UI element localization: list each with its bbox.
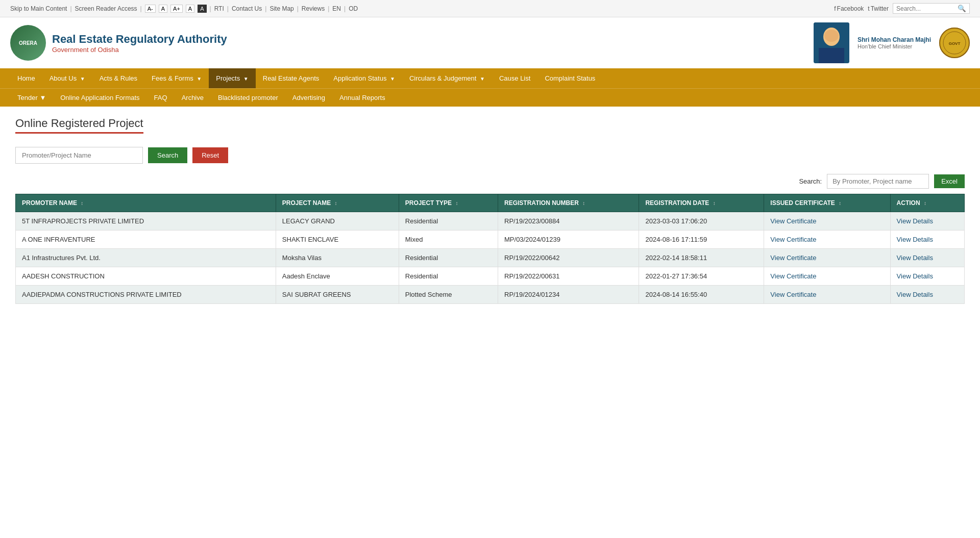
contact-us-link[interactable]: Contact Us <box>232 5 262 12</box>
header: ORERA Real Estate Regulatory Authority G… <box>0 17 980 68</box>
top-search-button[interactable]: 🔍 <box>958 5 966 12</box>
font-normal-button[interactable]: A <box>159 5 167 13</box>
utility-bar-right: f Facebook t Twitter 🔍 <box>834 3 970 14</box>
certificate-cell[interactable]: View Certificate <box>764 286 890 304</box>
top-search-box: 🔍 <box>893 3 970 14</box>
certificate-cell[interactable]: View Certificate <box>764 249 890 267</box>
table-search-input[interactable] <box>827 174 929 189</box>
nav-item-online-app[interactable]: Online Application Formats <box>53 89 146 107</box>
cm-name: Shri Mohan Charan Majhi <box>857 36 931 43</box>
top-search-input[interactable] <box>896 5 958 12</box>
svg-rect-2 <box>819 48 844 63</box>
action-cell[interactable]: View Details <box>890 286 964 304</box>
col-reg-date[interactable]: REGISTRATION DATE ↕ <box>639 194 764 212</box>
nav-item-advertising[interactable]: Advertising <box>285 89 332 107</box>
font-minus-button[interactable]: A- <box>145 5 156 13</box>
project-cell: Moksha Vilas <box>276 249 399 267</box>
col-project-name[interactable]: PROJECT NAME ↕ <box>276 194 399 212</box>
nav-item-acts[interactable]: Acts & Rules <box>92 68 144 88</box>
skip-main-link[interactable]: Skip to Main Content <box>10 5 67 12</box>
nav-link-home[interactable]: Home <box>10 68 42 88</box>
col-reg-number[interactable]: REGISTRATION NUMBER ↕ <box>498 194 639 212</box>
nav-list-row1: Home About Us ▼ Acts & Rules Fees & Form… <box>10 68 970 88</box>
excel-button[interactable]: Excel <box>934 174 965 188</box>
table-row: AADESH CONSTRUCTIONAadesh EnclaveResiden… <box>16 267 965 286</box>
promoter-search-input[interactable] <box>15 147 143 164</box>
col-promoter-name[interactable]: PROMOTER NAME ↕ <box>16 194 276 212</box>
org-name: Real Estate Regulatory Authority <box>52 33 227 46</box>
nav-item-faq[interactable]: FAQ <box>147 89 175 107</box>
nav-link-fees[interactable]: Fees & Forms ▼ <box>144 68 209 88</box>
table-row: 5T INFRAPROJECTS PRIVATE LIMITEDLEGACY G… <box>16 212 965 230</box>
nav-link-tender[interactable]: Tender ▼ <box>10 89 53 107</box>
nav-item-about[interactable]: About Us ▼ <box>42 68 92 88</box>
about-arrow: ▼ <box>80 76 85 82</box>
govt-emblem: GOVT <box>939 28 970 58</box>
nav-link-faq[interactable]: FAQ <box>147 89 175 107</box>
nav-item-causelist[interactable]: Cause List <box>492 68 537 88</box>
nav-link-annual[interactable]: Annual Reports <box>332 89 393 107</box>
site-map-link[interactable]: Site Map <box>270 5 293 12</box>
nav-item-tender[interactable]: Tender ▼ <box>10 89 53 107</box>
nav-link-complaintstatus[interactable]: Complaint Status <box>537 68 602 88</box>
nav-item-blacklisted[interactable]: Blacklisted promoter <box>211 89 285 107</box>
action-cell[interactable]: View Details <box>890 267 964 286</box>
nav-link-blacklisted[interactable]: Blacklisted promoter <box>211 89 285 107</box>
nav-link-agents[interactable]: Real Estate Agents <box>256 68 327 88</box>
action-cell[interactable]: View Details <box>890 249 964 267</box>
svg-point-3 <box>824 30 839 42</box>
nav-item-projects[interactable]: Projects ▼ <box>209 68 255 88</box>
col-project-type[interactable]: PROJECT TYPE ↕ <box>399 194 498 212</box>
nav-item-complaintstatus[interactable]: Complaint Status <box>537 68 602 88</box>
screen-reader-link[interactable]: Screen Reader Access <box>75 5 137 12</box>
nav-item-archive[interactable]: Archive <box>175 89 211 107</box>
certificate-cell[interactable]: View Certificate <box>764 267 890 286</box>
nav-item-appstatus[interactable]: Application Status ▼ <box>326 68 402 88</box>
nav-link-projects[interactable]: Projects ▼ <box>209 68 255 88</box>
svg-text:GOVT: GOVT <box>949 41 961 46</box>
type-cell: Mixed <box>399 230 498 249</box>
font-active-button[interactable]: A <box>198 5 206 13</box>
nav-link-archive[interactable]: Archive <box>175 89 211 107</box>
certificate-cell[interactable]: View Certificate <box>764 212 890 230</box>
nav-link-appstatus[interactable]: Application Status ▼ <box>326 68 402 88</box>
action-cell[interactable]: View Details <box>890 212 964 230</box>
certificate-cell[interactable]: View Certificate <box>764 230 890 249</box>
reg-number-cell: MP/03/2024/01239 <box>498 230 639 249</box>
nav-link-acts[interactable]: Acts & Rules <box>92 68 144 88</box>
reg-date-cell: 2023-03-03 17:06:20 <box>639 212 764 230</box>
nav-link-circulars[interactable]: Circulars & Judgement ▼ <box>402 68 492 88</box>
rti-link[interactable]: RTI <box>214 5 224 12</box>
font-large-button[interactable]: A <box>186 5 194 13</box>
nav-link-causelist[interactable]: Cause List <box>492 68 537 88</box>
gov-name: Government of Odisha <box>52 46 227 54</box>
action-cell[interactable]: View Details <box>890 230 964 249</box>
col-action[interactable]: ACTION ↕ <box>890 194 964 212</box>
twitter-link[interactable]: t Twitter <box>868 5 889 12</box>
nav-link-online-app[interactable]: Online Application Formats <box>53 89 146 107</box>
reviews-link[interactable]: Reviews <box>302 5 325 12</box>
facebook-link[interactable]: f Facebook <box>834 5 864 12</box>
nav-item-home[interactable]: Home <box>10 68 42 88</box>
od-link[interactable]: OD <box>349 5 358 12</box>
reg-date-cell: 2024-08-16 17:11:59 <box>639 230 764 249</box>
font-plus-button[interactable]: A+ <box>170 5 183 13</box>
data-table: PROMOTER NAME ↕ PROJECT NAME ↕ PROJECT T… <box>15 194 965 304</box>
col-project-sort-icon: ↕ <box>335 200 337 206</box>
sep2: | <box>140 5 142 12</box>
search-form: Search Reset <box>15 147 965 164</box>
col-certificate[interactable]: ISSUED CERTIFICATE ↕ <box>764 194 890 212</box>
nav-link-about[interactable]: About Us ▼ <box>42 68 92 88</box>
reg-date-cell: 2022-01-27 17:36:54 <box>639 267 764 286</box>
search-button[interactable]: Search <box>148 147 187 163</box>
cm-info: Shri Mohan Charan Majhi Hon'ble Chief Mi… <box>857 36 931 49</box>
nav-link-advertising[interactable]: Advertising <box>285 89 332 107</box>
reset-button[interactable]: Reset <box>192 147 228 163</box>
nav-item-fees[interactable]: Fees & Forms ▼ <box>144 68 209 88</box>
reg-number-cell: RP/19/2022/00631 <box>498 267 639 286</box>
nav-item-agents[interactable]: Real Estate Agents <box>256 68 327 88</box>
promoter-cell: AADIEPADMA CONSTRUCTIONS PRIVATE LIMITED <box>16 286 276 304</box>
en-link[interactable]: EN <box>332 5 341 12</box>
nav-item-annual[interactable]: Annual Reports <box>332 89 393 107</box>
nav-item-circulars[interactable]: Circulars & Judgement ▼ <box>402 68 492 88</box>
